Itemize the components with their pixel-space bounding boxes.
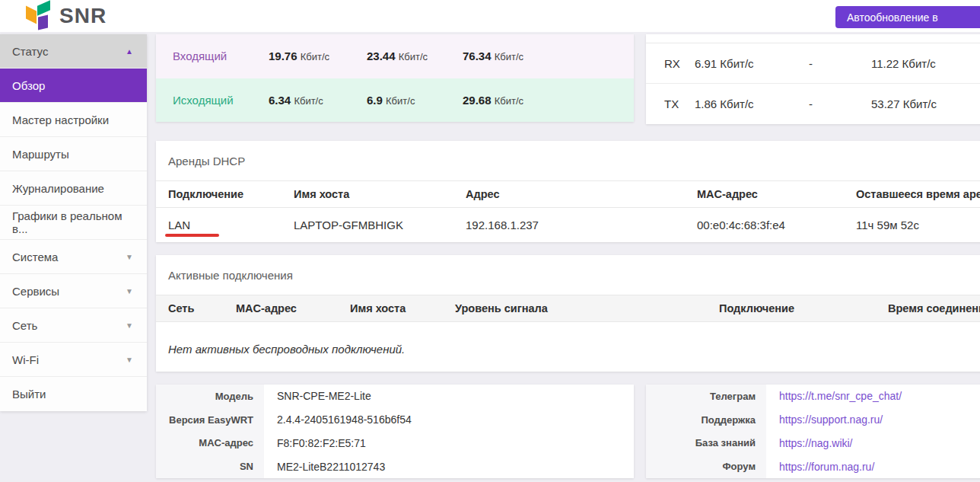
card-clipped-header	[646, 34, 980, 43]
sidebar-item-overview[interactable]: Обзор	[0, 69, 147, 103]
sidebar-item-label: Статус	[12, 45, 48, 58]
traffic-value: 6.34 Кбит/с	[269, 94, 367, 107]
sidebar-item-network[interactable]: Сеть ▼	[0, 308, 147, 343]
sidebar-item-label: Wi-Fi	[12, 353, 39, 366]
column-header: MAC-адрес	[697, 188, 856, 200]
column-header: Подключение	[719, 302, 888, 314]
chevron-down-icon: ▼	[126, 321, 133, 330]
dhcp-lease-time-cell: 11ч 59м 52с	[856, 219, 980, 231]
sidebar-item-realtime-graphs[interactable]: Графики в реальном в...	[0, 206, 147, 240]
snr-logo-icon	[26, 2, 52, 30]
sidebar-item-label: Обзор	[12, 79, 45, 92]
active-connections-card: Активные подключения Сеть MAC-адрес Имя …	[156, 255, 980, 372]
rx-value-current: 6.91 Кбит/с	[695, 57, 809, 70]
tx-row: TX 1.86 Кбит/с - 53.27 Кбит/с	[646, 84, 980, 124]
device-mac-value: F8:F0:82:F2:E5:71	[264, 437, 634, 449]
traffic-label: Исходящий	[173, 94, 269, 107]
telegram-link[interactable]: https://t.me/snr_cpe_chat/	[779, 390, 902, 402]
dhcp-table-row: LAN LAPTOP-GFMBHIGK 192.168.1.237 00:e0:…	[156, 208, 980, 241]
chevron-down-icon: ▼	[126, 253, 133, 261]
dhcp-card-title: Аренды DHCP	[156, 141, 980, 180]
red-annotation-underline	[165, 234, 219, 237]
column-header: Оставшееся время аренды	[856, 188, 980, 200]
traffic-row-outgoing: Исходящий 6.34 Кбит/с 6.9 Кбит/с 29.68 К…	[156, 78, 634, 123]
sidebar-item-label: Сервисы	[12, 285, 59, 298]
sidebar-item-logging[interactable]: Журналирование	[0, 171, 147, 206]
sidebar-item-label: Сеть	[12, 319, 37, 332]
support-link-label: Форум	[646, 455, 766, 478]
autoupdate-button[interactable]: Автообновление в	[835, 6, 980, 28]
sidebar-item-label: Журналирование	[12, 182, 104, 195]
sidebar-item-wifi[interactable]: Wi-Fi ▼	[0, 343, 147, 377]
tx-value-mid: -	[809, 97, 871, 110]
device-info-card: Модель SNR-CPE-ME2-Lite Версия EasyWRT 2…	[156, 385, 634, 478]
sidebar-item-logout[interactable]: Выйти	[0, 377, 147, 411]
traffic-value: 19.76 Кбит/с	[269, 49, 367, 62]
device-info-row: Версия EasyWRT 2.4.4-2405161948-516b6f54	[156, 408, 634, 432]
rx-row: RX 6.91 Кбит/с - 11.22 Кбит/с	[646, 43, 980, 84]
dhcp-leases-card: Аренды DHCP Подключение Имя хоста Адрес …	[156, 141, 980, 242]
knowledge-base-link[interactable]: https://nag.wiki/	[779, 437, 853, 449]
connections-card-title: Активные подключения	[156, 255, 980, 295]
device-serial-value: ME2-LiteB2211012743	[264, 461, 634, 473]
column-header: Время соединения	[888, 302, 980, 314]
device-info-label: MAC-адрес	[156, 432, 264, 455]
traffic-value: 76.34 Кбит/с	[463, 49, 634, 62]
sidebar-item-label: Система	[12, 251, 58, 263]
chevron-down-icon: ▼	[126, 356, 133, 364]
logo-text: SNR	[59, 4, 107, 28]
support-link-row: Форум https://forum.nag.ru/	[646, 455, 980, 478]
column-header: Уровень сигнала	[455, 302, 719, 314]
connections-table-header: Сеть MAC-адрес Имя хоста Уровень сигнала…	[156, 295, 980, 322]
column-header: Сеть	[168, 302, 236, 314]
firmware-version-value: 2.4.4-2405161948-516b6f54	[264, 413, 634, 426]
sidebar-item-status[interactable]: Статус ▲	[0, 34, 147, 69]
device-info-label: SN	[156, 455, 264, 478]
traffic-value: 23.44 Кбит/с	[367, 49, 463, 62]
chevron-down-icon: ▼	[126, 287, 133, 295]
device-info-row: Модель SNR-CPE-ME2-Lite	[156, 385, 634, 408]
device-info-label: Версия EasyWRT	[156, 408, 264, 432]
column-header: Адрес	[466, 188, 697, 200]
dhcp-mac-cell: 00:e0:4c:68:3f:e4	[697, 219, 856, 231]
support-link-label: База знаний	[646, 432, 766, 455]
support-link-row: База знаний https://nag.wiki/	[646, 432, 980, 455]
logo-purple-shape	[38, 14, 48, 30]
rx-value-mid: -	[809, 57, 871, 70]
sidebar-item-system[interactable]: Система ▼	[0, 240, 147, 274]
forum-link[interactable]: https://forum.nag.ru/	[779, 461, 874, 473]
sidebar-item-label: Маршруты	[12, 148, 69, 161]
sidebar-item-label: Мастер настройки	[12, 113, 109, 126]
device-info-label: Модель	[156, 385, 264, 408]
sidebar-item-routes[interactable]: Маршруты	[0, 137, 147, 171]
rx-value-peak: 11.22 Кбит/с	[871, 57, 980, 70]
dhcp-hostname-cell: LAPTOP-GFMBHIGK	[294, 219, 466, 231]
sidebar-item-label: Графики в реальном в...	[12, 209, 133, 235]
connections-empty-message: Нет активных беспроводных подключений.	[156, 322, 980, 356]
snr-logo: SNR	[26, 2, 107, 30]
column-header: MAC-адрес	[236, 302, 350, 314]
tx-value-peak: 53.27 Кбит/с	[871, 97, 980, 110]
traffic-value: 6.9 Кбит/с	[367, 94, 463, 107]
sidebar-item-services[interactable]: Сервисы ▼	[0, 274, 147, 308]
traffic-row-incoming: Входящий 19.76 Кбит/с 23.44 Кбит/с 76.34…	[156, 34, 634, 78]
logo-orange-shape	[26, 6, 37, 24]
top-bar: SNR Автообновление в	[0, 0, 980, 32]
support-link-label: Телеграм	[646, 385, 766, 408]
support-link[interactable]: https://support.nag.ru/	[779, 413, 883, 426]
sidebar-item-wizard[interactable]: Мастер настройки	[0, 103, 147, 137]
sidebar: Статус ▲ Обзор Мастер настройки Маршруты…	[0, 34, 147, 411]
traffic-value: 29.68 Кбит/с	[463, 94, 634, 107]
support-link-row: Поддержка https://support.nag.ru/	[646, 408, 980, 432]
chevron-up-icon: ▲	[126, 47, 133, 56]
traffic-label: Входящий	[173, 49, 269, 62]
dhcp-table-header: Подключение Имя хоста Адрес MAC-адрес Ос…	[156, 180, 980, 208]
device-info-row: SN ME2-LiteB2211012743	[156, 455, 634, 478]
tx-label: TX	[664, 97, 695, 110]
rx-label: RX	[664, 57, 695, 70]
interface-stats-card: RX 6.91 Кбит/с - 11.22 Кбит/с TX 1.86 Кб…	[646, 34, 980, 124]
support-link-row: Телеграм https://t.me/snr_cpe_chat/	[646, 385, 980, 408]
support-links-card: Телеграм https://t.me/snr_cpe_chat/ Подд…	[646, 385, 980, 478]
device-info-row: MAC-адрес F8:F0:82:F2:E5:71	[156, 432, 634, 455]
column-header: Имя хоста	[294, 188, 466, 200]
